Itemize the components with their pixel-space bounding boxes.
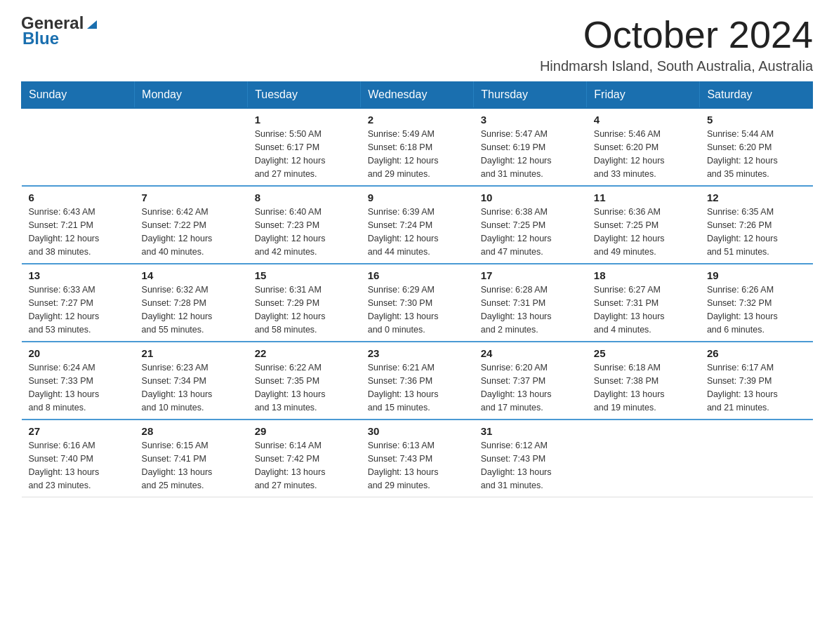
day-info: Sunrise: 6:23 AMSunset: 7:34 PMDaylight:…	[142, 361, 241, 414]
location-subtitle: Hindmarsh Island, South Australia, Austr…	[540, 58, 813, 74]
logo-blue-text: Blue	[22, 29, 98, 48]
calendar-day-cell: 9Sunrise: 6:39 AMSunset: 7:24 PMDaylight…	[361, 186, 474, 264]
day-info: Sunrise: 6:39 AMSunset: 7:24 PMDaylight:…	[368, 206, 467, 258]
day-info: Sunrise: 6:17 AMSunset: 7:39 PMDaylight:…	[707, 361, 806, 414]
day-number: 5	[707, 114, 806, 126]
calendar-header: SundayMondayTuesdayWednesdayThursdayFrid…	[22, 82, 814, 109]
calendar-day-cell: 19Sunrise: 6:26 AMSunset: 7:32 PMDayligh…	[700, 264, 813, 342]
day-info: Sunrise: 6:26 AMSunset: 7:32 PMDaylight:…	[707, 283, 806, 336]
calendar-day-cell: 26Sunrise: 6:17 AMSunset: 7:39 PMDayligh…	[700, 342, 813, 420]
calendar-day-cell: 4Sunrise: 5:46 AMSunset: 6:20 PMDaylight…	[587, 108, 700, 186]
day-number: 29	[255, 425, 354, 437]
day-info: Sunrise: 5:47 AMSunset: 6:19 PMDaylight:…	[481, 128, 580, 180]
day-of-week-header: Wednesday	[361, 82, 474, 109]
day-info: Sunrise: 5:49 AMSunset: 6:18 PMDaylight:…	[368, 128, 467, 180]
day-info: Sunrise: 6:33 AMSunset: 7:27 PMDaylight:…	[29, 283, 128, 336]
day-info: Sunrise: 6:27 AMSunset: 7:31 PMDaylight:…	[594, 283, 693, 336]
svg-marker-0	[87, 20, 97, 29]
calendar-day-cell: 12Sunrise: 6:35 AMSunset: 7:26 PMDayligh…	[700, 186, 813, 264]
day-info: Sunrise: 6:14 AMSunset: 7:42 PMDaylight:…	[255, 439, 354, 492]
day-of-week-header: Tuesday	[248, 82, 361, 109]
day-number: 10	[481, 192, 580, 203]
calendar-day-cell: 16Sunrise: 6:29 AMSunset: 7:30 PMDayligh…	[361, 264, 474, 342]
calendar-day-cell: 15Sunrise: 6:31 AMSunset: 7:29 PMDayligh…	[248, 264, 361, 342]
day-of-week-header: Saturday	[700, 82, 813, 109]
day-info: Sunrise: 5:50 AMSunset: 6:17 PMDaylight:…	[255, 128, 354, 180]
day-info: Sunrise: 6:28 AMSunset: 7:31 PMDaylight:…	[481, 283, 580, 336]
calendar-week-row: 20Sunrise: 6:24 AMSunset: 7:33 PMDayligh…	[22, 342, 814, 420]
day-number: 7	[142, 192, 241, 203]
day-number: 27	[29, 425, 128, 437]
calendar-day-cell: 14Sunrise: 6:32 AMSunset: 7:28 PMDayligh…	[135, 264, 248, 342]
calendar-day-cell: 23Sunrise: 6:21 AMSunset: 7:36 PMDayligh…	[361, 342, 474, 420]
calendar-day-cell: 18Sunrise: 6:27 AMSunset: 7:31 PMDayligh…	[587, 264, 700, 342]
day-info: Sunrise: 6:15 AMSunset: 7:41 PMDaylight:…	[142, 439, 241, 492]
day-number: 26	[707, 347, 806, 359]
calendar-week-row: 27Sunrise: 6:16 AMSunset: 7:40 PMDayligh…	[22, 420, 814, 497]
calendar-day-cell: 24Sunrise: 6:20 AMSunset: 7:37 PMDayligh…	[474, 342, 587, 420]
calendar-day-cell: 20Sunrise: 6:24 AMSunset: 7:33 PMDayligh…	[22, 342, 135, 420]
day-info: Sunrise: 6:20 AMSunset: 7:37 PMDaylight:…	[481, 361, 580, 414]
day-number: 18	[594, 269, 693, 281]
day-info: Sunrise: 6:13 AMSunset: 7:43 PMDaylight:…	[368, 439, 467, 492]
calendar-day-cell: 3Sunrise: 5:47 AMSunset: 6:19 PMDaylight…	[474, 108, 587, 186]
day-info: Sunrise: 6:43 AMSunset: 7:21 PMDaylight:…	[29, 206, 128, 258]
day-number: 4	[594, 114, 693, 126]
day-number: 21	[142, 347, 241, 359]
day-number: 9	[368, 192, 467, 203]
day-info: Sunrise: 6:24 AMSunset: 7:33 PMDaylight:…	[29, 361, 128, 414]
calendar-day-cell: 27Sunrise: 6:16 AMSunset: 7:40 PMDayligh…	[22, 420, 135, 497]
day-info: Sunrise: 6:38 AMSunset: 7:25 PMDaylight:…	[481, 206, 580, 258]
day-of-week-header: Thursday	[474, 82, 587, 109]
day-number: 22	[255, 347, 354, 359]
day-of-week-header: Sunday	[22, 82, 135, 109]
day-info: Sunrise: 6:22 AMSunset: 7:35 PMDaylight:…	[255, 361, 354, 414]
page-header: General Blue October 2024 Hindmarsh Isla…	[21, 14, 813, 74]
logo: General Blue	[21, 14, 98, 48]
calendar-day-cell: 6Sunrise: 6:43 AMSunset: 7:21 PMDaylight…	[22, 186, 135, 264]
day-number: 20	[29, 347, 128, 359]
day-info: Sunrise: 6:18 AMSunset: 7:38 PMDaylight:…	[594, 361, 693, 414]
day-number: 24	[481, 347, 580, 359]
title-area: October 2024 Hindmarsh Island, South Aus…	[540, 14, 813, 74]
day-number: 25	[594, 347, 693, 359]
day-number: 17	[481, 269, 580, 281]
calendar-day-cell: 31Sunrise: 6:12 AMSunset: 7:43 PMDayligh…	[474, 420, 587, 497]
month-title: October 2024	[540, 14, 813, 55]
day-info: Sunrise: 6:36 AMSunset: 7:25 PMDaylight:…	[594, 206, 693, 258]
logo-arrow-icon	[86, 18, 98, 30]
day-number: 8	[255, 192, 354, 203]
calendar-day-cell	[587, 420, 700, 497]
day-number: 6	[29, 192, 128, 203]
day-number: 3	[481, 114, 580, 126]
day-number: 2	[368, 114, 467, 126]
day-info: Sunrise: 6:31 AMSunset: 7:29 PMDaylight:…	[255, 283, 354, 336]
calendar-day-cell: 17Sunrise: 6:28 AMSunset: 7:31 PMDayligh…	[474, 264, 587, 342]
calendar-day-cell: 1Sunrise: 5:50 AMSunset: 6:17 PMDaylight…	[248, 108, 361, 186]
day-number: 31	[481, 425, 580, 437]
day-of-week-header: Monday	[135, 82, 248, 109]
day-info: Sunrise: 6:21 AMSunset: 7:36 PMDaylight:…	[368, 361, 467, 414]
day-info: Sunrise: 6:16 AMSunset: 7:40 PMDaylight:…	[29, 439, 128, 492]
day-info: Sunrise: 6:32 AMSunset: 7:28 PMDaylight:…	[142, 283, 241, 336]
day-number: 1	[255, 114, 354, 126]
calendar-day-cell: 10Sunrise: 6:38 AMSunset: 7:25 PMDayligh…	[474, 186, 587, 264]
day-number: 15	[255, 269, 354, 281]
calendar-week-row: 1Sunrise: 5:50 AMSunset: 6:17 PMDaylight…	[22, 108, 814, 186]
calendar-day-cell: 21Sunrise: 6:23 AMSunset: 7:34 PMDayligh…	[135, 342, 248, 420]
day-info: Sunrise: 6:40 AMSunset: 7:23 PMDaylight:…	[255, 206, 354, 258]
calendar-day-cell: 11Sunrise: 6:36 AMSunset: 7:25 PMDayligh…	[587, 186, 700, 264]
day-info: Sunrise: 6:42 AMSunset: 7:22 PMDaylight:…	[142, 206, 241, 258]
calendar-body: 1Sunrise: 5:50 AMSunset: 6:17 PMDaylight…	[22, 108, 814, 497]
calendar-day-cell	[22, 108, 135, 186]
calendar-day-cell: 28Sunrise: 6:15 AMSunset: 7:41 PMDayligh…	[135, 420, 248, 497]
day-info: Sunrise: 6:29 AMSunset: 7:30 PMDaylight:…	[368, 283, 467, 336]
day-number: 13	[29, 269, 128, 281]
calendar-day-cell: 13Sunrise: 6:33 AMSunset: 7:27 PMDayligh…	[22, 264, 135, 342]
day-number: 11	[594, 192, 693, 203]
day-number: 12	[707, 192, 806, 203]
calendar-day-cell: 22Sunrise: 6:22 AMSunset: 7:35 PMDayligh…	[248, 342, 361, 420]
day-number: 28	[142, 425, 241, 437]
day-info: Sunrise: 6:12 AMSunset: 7:43 PMDaylight:…	[481, 439, 580, 492]
calendar-day-cell: 29Sunrise: 6:14 AMSunset: 7:42 PMDayligh…	[248, 420, 361, 497]
